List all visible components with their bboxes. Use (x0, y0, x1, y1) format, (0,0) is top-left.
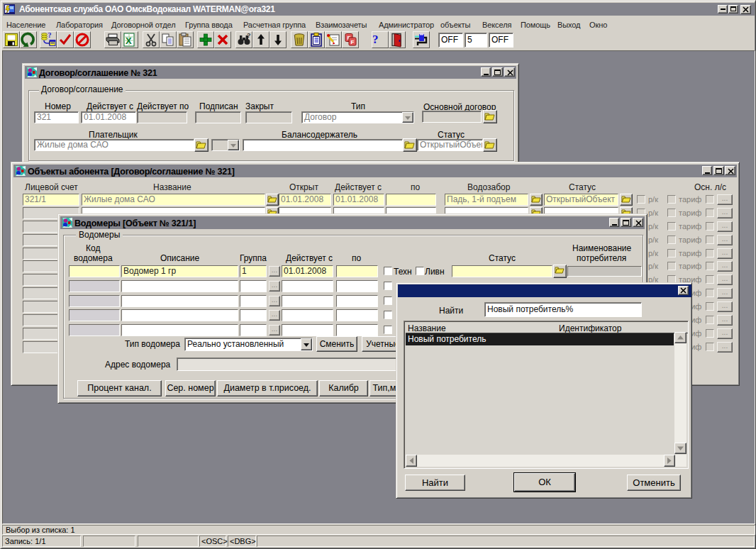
svg-text:?: ? (48, 32, 52, 39)
svg-text:?: ? (247, 32, 251, 39)
svg-text:X: X (126, 35, 132, 46)
svg-text:F: F (351, 39, 355, 45)
